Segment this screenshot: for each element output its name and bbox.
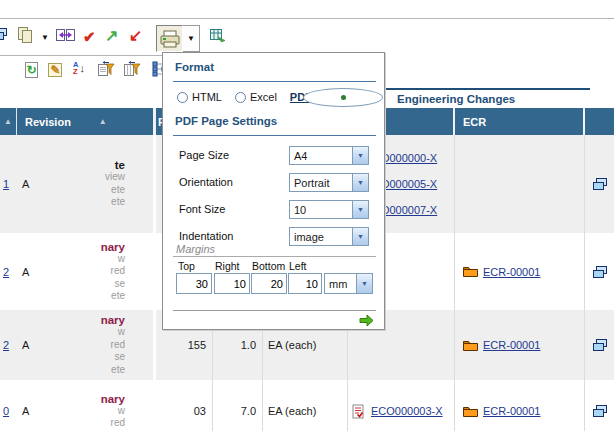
orientation-select[interactable]: Portrait ▼ [289,173,369,192]
radio-icon [177,92,188,103]
copy-icon[interactable] [16,26,34,44]
sort-column-header[interactable]: ▲ [0,108,17,135]
windows-icon[interactable] [0,27,8,41]
engineering-changes-section-title: Engineering Changes [386,88,590,108]
revision-value: A [22,405,29,417]
open-in-window-button[interactable] [585,233,614,310]
section-divider [173,135,376,136]
folder-icon [462,405,479,418]
margin-bottom-input[interactable] [251,273,287,294]
eco-link[interactable]: ECO000003-X [371,405,443,417]
actions-column-header [585,108,614,135]
windows-icon [592,404,608,418]
approve-check-icon[interactable]: ✔ [83,29,96,44]
margin-right-label: Right [215,260,240,272]
table-row: 0 A nary w red 03 7.0 EA (each) ECO00000… [0,380,614,431]
compare-icon[interactable] [55,27,76,44]
ecr-column-header[interactable]: ECR [455,108,585,135]
windows-icon [592,177,608,191]
indentation-label: Indentation [179,230,233,242]
font-size-select[interactable]: 10 ▼ [289,200,369,219]
export-grid-icon[interactable] [209,28,227,44]
revision-value: A [22,178,29,190]
chevron-down-icon[interactable]: ▼ [352,174,368,191]
submit-print-button[interactable] [359,314,374,329]
sort-asc-icon: ▲ [4,117,12,126]
format-option-html[interactable]: HTML [177,91,222,103]
uom-value: EA (each) [268,339,316,351]
panel-footer-divider [173,310,376,311]
windows-icon [592,338,608,352]
format-section-title: Format [175,61,214,73]
ecr-link[interactable]: ECR-00001 [483,266,540,278]
format-option-pdf[interactable]: PDF [290,91,312,103]
promote-arrow-icon[interactable]: ↗ [105,28,118,44]
radio-selected-icon [303,88,383,107]
chevron-down-icon[interactable]: ▼ [352,147,368,164]
font-size-label: Font Size [179,203,225,215]
application-window: ▼ ✔ ↗ ↙ ▼ ↻ ✎ AZ ↓ Engineering Changes ▲… [0,0,614,431]
item-number-link[interactable]: 2 [3,266,9,278]
print-button-group: ▼ [156,25,200,52]
chevron-down-icon[interactable]: ▼ [352,201,368,218]
filter-table-icon[interactable] [123,61,142,77]
indentation-select[interactable]: image ▼ [289,227,369,246]
radio-icon [235,92,246,103]
find-number-value: 03 [194,405,206,417]
margin-unit-select[interactable]: mm ▼ [324,273,373,294]
sort-asc-icon: ▲ [99,117,107,126]
item-number-link[interactable]: 1 [3,178,9,190]
item-number-link[interactable]: 0 [3,405,9,417]
item-number-link[interactable]: 2 [3,339,9,351]
folder-icon [462,339,479,352]
toolbar-divider-top [0,18,614,19]
chevron-down-icon[interactable]: ▼ [356,274,372,293]
orientation-label: Orientation [179,176,233,188]
open-in-window-button[interactable] [585,135,614,233]
printer-dropdown-caret-icon[interactable]: ▼ [183,25,200,52]
qty-value: 7.0 [241,405,256,417]
section-divider [173,81,376,82]
margin-top-label: Top [178,260,195,272]
margin-top-input[interactable] [176,273,212,294]
ecr-link[interactable]: ECR-00001 [483,339,540,351]
revision-value: A [22,339,29,351]
page-size-label: Page Size [179,149,229,161]
chevron-down-icon[interactable]: ▼ [352,228,368,245]
open-in-window-button[interactable] [585,310,614,380]
toolbar-divider-bottom [0,55,162,56]
find-number-value: 155 [188,339,206,351]
open-in-window-button[interactable] [585,380,614,431]
lifecycle-state-list: te view ete ete [105,159,153,209]
margin-bottom-label: Bottom [252,260,285,272]
dropdown-caret-icon[interactable]: ▼ [41,34,49,42]
printer-icon[interactable] [156,25,183,52]
lifecycle-state-list: nary w red [101,393,153,430]
format-option-excel[interactable]: Excel [235,91,277,103]
qty-value: 1.0 [241,339,256,351]
windows-icon [592,265,608,279]
margin-left-label: Left [289,260,307,272]
pdf-settings-section-title: PDF Page Settings [175,115,277,127]
refresh-icon[interactable]: ↻ [23,61,40,79]
margins-group-border [173,256,376,257]
go-arrow-icon [359,314,374,327]
margins-group-label: Margins [176,243,215,255]
print-format-panel: Format HTML Excel PDF PDF Page Settings … [162,52,385,330]
folder-icon [462,265,479,278]
revision-column-header[interactable]: Revision▲ [17,108,156,135]
document-icon [352,404,364,419]
format-options: HTML Excel PDF [177,91,325,103]
margin-left-input[interactable] [288,273,322,294]
sort-az-icon[interactable]: AZ ↓ [73,61,85,75]
lifecycle-state-list: nary w red se ete [101,241,153,303]
demote-arrow-icon[interactable]: ↙ [129,28,142,44]
edit-icon[interactable]: ✎ [47,61,64,78]
margin-right-input[interactable] [214,273,250,294]
filter-list-icon[interactable] [97,61,116,77]
revision-value: A [22,266,29,278]
ecr-link[interactable]: ECR-00001 [483,405,540,417]
page-size-select[interactable]: A4 ▼ [289,146,369,165]
uom-value: EA (each) [268,405,316,417]
lifecycle-state-list: nary w red se ete [101,314,153,376]
